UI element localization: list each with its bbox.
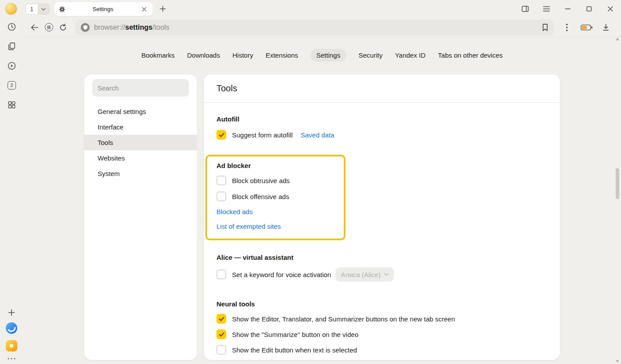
checkbox-label: Block offensive ads	[232, 193, 289, 200]
tab-counter-badge[interactable]: 3	[5, 80, 18, 90]
checkbox-suggest-form-autofill[interactable]	[216, 130, 226, 140]
checkbox-block-obtrusive-ads[interactable]	[216, 176, 226, 185]
collections-icon[interactable]	[5, 41, 18, 51]
history-clock-icon[interactable]	[5, 21, 18, 32]
gear-icon	[59, 6, 66, 13]
checkbox-label: Show the "Summarize" button on the video	[232, 331, 358, 338]
url-path: /tools	[153, 23, 169, 31]
ad-blocker-row: Block obtrusive ads	[216, 176, 335, 185]
page-title: Tools	[204, 74, 560, 102]
saved-data-link[interactable]: Saved data	[301, 131, 334, 139]
address-bar[interactable]: browser://settings/tools	[75, 20, 554, 35]
settings-search[interactable]	[92, 79, 189, 97]
new-tab-button[interactable]	[158, 4, 168, 14]
nav-yandex-id[interactable]: Yandex ID	[394, 49, 426, 62]
neural-row: Show the Edit button when text is select…	[216, 345, 547, 355]
titlebar: 1 Settings	[0, 0, 621, 18]
settings-content: Tools Autofill Suggest form autofill Sav…	[204, 74, 560, 360]
toolbar: Я browser://settings/tools	[23, 18, 621, 37]
ad-blocker-heading: Ad blocker	[216, 162, 335, 169]
chevron-down-icon	[384, 273, 389, 276]
url-text[interactable]: browser://settings/tools	[94, 23, 542, 31]
alice-keyword-dropdown[interactable]: Алиса (Alice)	[335, 267, 394, 282]
settings-top-nav: Bookmarks Downloads History Extensions S…	[23, 49, 621, 62]
neural-tools-heading: Neural tools	[216, 300, 547, 308]
checkbox-label: Set a keyword for voice activation	[232, 271, 331, 278]
url-host: settings	[125, 23, 152, 31]
alice-avatar-icon[interactable]	[5, 3, 17, 15]
menu-icon[interactable]	[536, 0, 557, 18]
nav-settings[interactable]: Settings	[310, 49, 346, 62]
ad-blocker-row: Block offensive ads	[216, 192, 335, 201]
nav-downloads[interactable]: Downloads	[187, 49, 220, 62]
nav-bookmarks[interactable]: Bookmarks	[141, 49, 175, 62]
more-options-icon[interactable]	[557, 20, 577, 35]
media-play-icon[interactable]	[5, 60, 18, 71]
tab-group-count[interactable]: 1	[26, 4, 38, 14]
active-tab-settings[interactable]: Settings	[54, 2, 153, 16]
scroll-thumb[interactable]	[616, 168, 619, 199]
window-controls	[515, 0, 621, 18]
tab-title: Settings	[66, 6, 140, 12]
side-panel-icon[interactable]	[515, 0, 536, 18]
tab-group-button[interactable]: 1	[25, 4, 50, 15]
neural-row: Show the Editor, Translator, and Summari…	[216, 314, 547, 324]
checkbox-voice-keyword[interactable]	[216, 270, 226, 279]
settings-sidebar: General settings Interface Tools Website…	[84, 74, 197, 360]
search-input[interactable]	[98, 84, 184, 92]
exempted-sites-link[interactable]: List of exempted sites	[216, 223, 281, 230]
dropdown-value: Алиса (Alice)	[341, 271, 381, 278]
nav-security[interactable]: Security	[358, 49, 383, 62]
battery-icon[interactable]	[577, 20, 596, 35]
nav-tabs-other-devices[interactable]: Tabs on other devices	[437, 49, 503, 62]
bookmark-icon[interactable]	[542, 23, 548, 31]
checkbox-label: Suggest form autofill	[232, 131, 293, 139]
menu-item-general-settings[interactable]: General settings	[84, 104, 197, 119]
back-icon[interactable]	[28, 20, 42, 35]
downloads-icon[interactable]	[596, 20, 616, 35]
alice-heading: Alice — virtual assistant	[216, 254, 547, 261]
autofill-row: Suggest form autofill Saved data	[216, 130, 547, 140]
autofill-heading: Autofill	[216, 115, 547, 123]
protect-shield-icon[interactable]	[81, 23, 90, 32]
neural-row: Show the "Summarize" button on the video	[216, 329, 547, 339]
checkbox-label: Show the Editor, Translator, and Summari…	[232, 315, 455, 323]
apps-grid-icon[interactable]	[5, 99, 18, 110]
yandex-app-icon[interactable]	[6, 340, 17, 352]
browser-logo-icon[interactable]	[6, 322, 17, 334]
toolbar-right	[557, 20, 616, 35]
checkbox-label: Show the Edit button when text is select…	[232, 346, 357, 354]
menu-item-system[interactable]: System	[84, 166, 197, 181]
blocked-ads-link[interactable]: Blocked ads	[216, 208, 253, 215]
nav-extensions[interactable]: Extensions	[265, 49, 299, 62]
add-panel-icon[interactable]	[8, 309, 15, 316]
scroll-down-arrow[interactable]	[616, 360, 619, 363]
checkbox-summarize-video[interactable]	[216, 329, 226, 339]
chevron-down-icon[interactable]	[38, 4, 49, 14]
checkbox-label: Block obtrusive ads	[232, 177, 290, 184]
rail-more-icon[interactable]	[8, 358, 16, 360]
checkbox-editor-translator-summarizer[interactable]	[216, 314, 226, 324]
yandex-services-icon[interactable]: Я	[42, 20, 56, 35]
highlight-box: Ad blocker Block obtrusive ads Block off…	[205, 155, 346, 240]
nav-history[interactable]: History	[232, 49, 254, 62]
side-rail: 3	[0, 18, 23, 364]
tab-close-icon[interactable]	[140, 5, 148, 13]
menu-item-tools[interactable]: Tools	[84, 135, 197, 150]
refresh-icon[interactable]	[56, 20, 70, 35]
settings-menu: General settings Interface Tools Website…	[84, 104, 197, 181]
maximize-icon[interactable]	[578, 0, 600, 18]
alice-row: Set a keyword for voice activation Алиса…	[216, 267, 547, 282]
menu-item-websites[interactable]: Websites	[84, 150, 197, 166]
minimize-icon[interactable]	[557, 0, 578, 18]
browser-window: 1 Settings	[0, 0, 621, 364]
checkbox-block-offensive-ads[interactable]	[216, 192, 226, 201]
menu-item-interface[interactable]: Interface	[84, 119, 197, 135]
checkbox-edit-button-text-selected[interactable]	[216, 345, 226, 355]
scroll-up-arrow[interactable]	[616, 38, 619, 40]
scrollbar	[615, 38, 620, 363]
url-scheme: browser://	[94, 23, 125, 31]
close-icon[interactable]	[600, 0, 621, 18]
